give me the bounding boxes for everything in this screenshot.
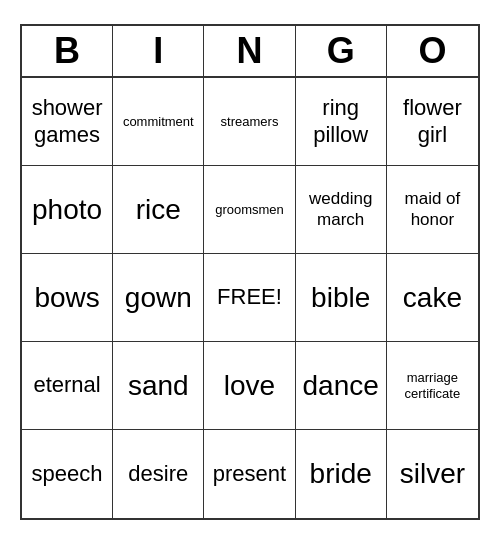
cell-text: commitment — [123, 114, 194, 130]
bingo-cell: sand — [113, 342, 204, 430]
bingo-cell: ring pillow — [296, 78, 387, 166]
cell-text: gown — [125, 281, 192, 315]
bingo-cell: love — [204, 342, 295, 430]
bingo-cell: marriage certificate — [387, 342, 478, 430]
cell-text: photo — [32, 193, 102, 227]
cell-text: ring pillow — [300, 95, 382, 148]
bingo-cell: FREE! — [204, 254, 295, 342]
header-letter: I — [113, 26, 204, 76]
bingo-cell: bows — [22, 254, 113, 342]
bingo-cell: desire — [113, 430, 204, 518]
cell-text: sand — [128, 369, 189, 403]
header-letter: O — [387, 26, 478, 76]
cell-text: flower girl — [391, 95, 474, 148]
cell-text: bride — [310, 457, 372, 491]
bingo-cell: bride — [296, 430, 387, 518]
bingo-grid: shower gamescommitmentstreamersring pill… — [22, 78, 478, 518]
cell-text: wedding march — [300, 189, 382, 230]
bingo-cell: bible — [296, 254, 387, 342]
header-letter: N — [204, 26, 295, 76]
cell-text: marriage certificate — [391, 370, 474, 401]
bingo-cell: eternal — [22, 342, 113, 430]
cell-text: shower games — [26, 95, 108, 148]
bingo-cell: groomsmen — [204, 166, 295, 254]
cell-text: rice — [136, 193, 181, 227]
header-letter: G — [296, 26, 387, 76]
header-letter: B — [22, 26, 113, 76]
cell-text: eternal — [33, 372, 100, 398]
bingo-cell: flower girl — [387, 78, 478, 166]
cell-text: desire — [128, 461, 188, 487]
bingo-cell: speech — [22, 430, 113, 518]
bingo-cell: gown — [113, 254, 204, 342]
cell-text: streamers — [221, 114, 279, 130]
bingo-header: BINGO — [22, 26, 478, 78]
bingo-cell: photo — [22, 166, 113, 254]
bingo-cell: wedding march — [296, 166, 387, 254]
bingo-card: BINGO shower gamescommitmentstreamersrin… — [20, 24, 480, 520]
bingo-cell: commitment — [113, 78, 204, 166]
cell-text: groomsmen — [215, 202, 284, 218]
bingo-cell: shower games — [22, 78, 113, 166]
bingo-cell: maid of honor — [387, 166, 478, 254]
cell-text: speech — [32, 461, 103, 487]
cell-text: love — [224, 369, 275, 403]
bingo-cell: cake — [387, 254, 478, 342]
cell-text: bible — [311, 281, 370, 315]
cell-text: silver — [400, 457, 465, 491]
cell-text: cake — [403, 281, 462, 315]
bingo-cell: dance — [296, 342, 387, 430]
cell-text: maid of honor — [391, 189, 474, 230]
cell-text: present — [213, 461, 286, 487]
bingo-cell: present — [204, 430, 295, 518]
bingo-cell: streamers — [204, 78, 295, 166]
cell-text: bows — [34, 281, 99, 315]
bingo-cell: silver — [387, 430, 478, 518]
cell-text: dance — [303, 369, 379, 403]
cell-text: FREE! — [217, 284, 282, 310]
bingo-cell: rice — [113, 166, 204, 254]
